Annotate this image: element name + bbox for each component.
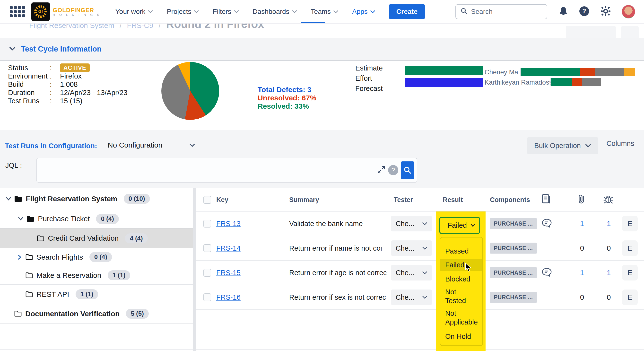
logo-tagline: H O L D I N G S [53, 13, 101, 16]
select-all-checkbox[interactable] [204, 196, 211, 204]
execute-button[interactable]: E [622, 240, 638, 256]
attachments-count: 0 [580, 293, 584, 302]
folder-outline-icon [37, 235, 44, 242]
create-button[interactable]: Create [389, 4, 425, 19]
settings-gear-icon[interactable] [600, 6, 611, 18]
tree-item-search-flights[interactable]: Search Flights 0 (4) [0, 248, 193, 266]
folder-filled-icon [14, 196, 22, 202]
breadcrumb-cycle-link[interactable]: FRS-C9 [127, 23, 153, 30]
notifications-bell-icon[interactable] [558, 6, 568, 17]
tree-item-documentation-verification[interactable]: Documentation Verification 5 (5) [0, 304, 193, 324]
breadcrumb-strip: Flight Reservation System / FRS-C9 / Rou… [0, 23, 644, 38]
breadcrumb: Flight Reservation System / FRS-C9 / Rou… [29, 23, 644, 31]
effort-labels: Estimate Effort Forecast [355, 64, 383, 95]
user-avatar[interactable] [622, 5, 635, 18]
text-cursor [444, 221, 444, 230]
breadcrumb-project-link[interactable]: Flight Reservation System [29, 23, 114, 30]
test-key-link[interactable]: FRS-14 [216, 244, 240, 252]
tester-select[interactable]: Che... [391, 290, 432, 305]
panel-divider-scrollbar[interactable] [193, 188, 196, 351]
component-tag: PURCHASE ... [490, 268, 537, 278]
chevron-down-icon[interactable] [4, 197, 13, 200]
menu-item-blocked[interactable]: Blocked [440, 273, 482, 285]
row-checkbox[interactable] [204, 244, 211, 252]
row-checkbox[interactable] [204, 294, 211, 301]
tester-select[interactable]: Che... [391, 216, 432, 232]
nav-item-filters[interactable]: Filters [213, 8, 239, 16]
comment-icon[interactable] [542, 268, 552, 278]
nav-item-projects[interactable]: Projects [167, 8, 199, 16]
chevron-down-icon [370, 10, 376, 13]
search-placeholder: Search [471, 8, 492, 16]
row-checkbox[interactable] [204, 269, 211, 276]
tree-item-rest-api[interactable]: REST API 1 (1) [0, 285, 193, 304]
tree-item-make-a-reservation[interactable]: Make a Reservation 1 (1) [0, 266, 193, 285]
count-badge: 1 (1) [108, 270, 130, 280]
columns-button[interactable]: Columns [606, 140, 634, 148]
jql-input[interactable]: ? [36, 158, 417, 182]
menu-item-not-applicable[interactable]: Not Applicable [440, 308, 477, 327]
table-row[interactable]: FRS-15 Return error if age is not correc… [196, 260, 644, 285]
result-select[interactable]: Failed [440, 217, 480, 234]
execute-button[interactable]: E [622, 216, 638, 232]
menu-item-failed[interactable]: Failed [440, 259, 482, 271]
defects-count[interactable]: 1 [607, 268, 611, 277]
test-key-link[interactable]: FRS-15 [216, 269, 240, 277]
tester-select[interactable]: Che... [391, 265, 432, 280]
expand-icon[interactable] [377, 165, 386, 175]
partial-icon-button[interactable] [621, 26, 639, 38]
execute-button[interactable]: E [622, 265, 638, 280]
table-row[interactable]: FRS-14 Return error if name is not corr … [196, 236, 644, 260]
chevron-down-icon[interactable] [16, 217, 25, 220]
attachments-count[interactable]: 1 [580, 220, 584, 228]
help-icon[interactable]: ? [579, 6, 590, 18]
tree-item-flight-reservation-system[interactable]: Flight Reservation System 0 (10) [0, 188, 193, 209]
jql-help-icon[interactable]: ? [388, 165, 398, 175]
jql-search-button[interactable] [401, 162, 414, 179]
menu-item-not-tested[interactable]: Not Tested [440, 287, 470, 306]
company-logo[interactable]: Gf GOLDFINGER H O L D I N G S [31, 2, 101, 21]
defects-count: 0 [607, 293, 611, 302]
tester-select[interactable]: Che... [391, 240, 432, 256]
configuration-select[interactable]: No Configuration [108, 141, 195, 149]
chevron-down-icon [422, 296, 427, 299]
duration-value: 12/Apr/23 - 13/Apr/23 [60, 89, 127, 97]
defects-count[interactable]: 1 [607, 220, 611, 228]
tester-name: Cheney Ma [484, 68, 518, 76]
tree-item-credit-card-validation[interactable]: Credit Card Validation 4 (4) [0, 228, 193, 248]
section-title[interactable]: Test Cycle Information [21, 45, 102, 54]
test-runs-table: Key Summary Tester Result Components FRS… [196, 188, 644, 351]
search-icon [460, 7, 468, 16]
col-summary: Summary [289, 196, 319, 204]
table-row[interactable]: FRS-16 Return error if sex is not correc… [196, 285, 644, 310]
summary-text: Return error if sex is not correc [289, 294, 386, 302]
table-row[interactable]: FRS-13 Validate the bank name Che... PUR… [196, 212, 644, 236]
bulk-operation-button[interactable]: Bulk Operation [527, 137, 598, 154]
nav-item-your-work[interactable]: Your work [116, 8, 153, 16]
nav-item-apps[interactable]: Apps [352, 8, 376, 16]
test-key-link[interactable]: FRS-13 [216, 220, 240, 228]
app-switcher-icon[interactable] [10, 6, 25, 17]
chevron-right-icon[interactable] [16, 254, 24, 260]
count-badge: 0 (4) [96, 214, 118, 224]
menu-item-passed[interactable]: Passed [440, 245, 482, 258]
col-key: Key [216, 196, 228, 204]
nav-item-dashboards[interactable]: Dashboards [253, 8, 297, 16]
search-input[interactable]: Search [456, 4, 547, 19]
partial-toolbar-button[interactable] [566, 26, 616, 38]
collapse-chevron-icon[interactable] [9, 47, 16, 52]
tree-item-purchase-ticket[interactable]: Purchase Ticket 0 (4) [0, 209, 193, 228]
test-cycle-page: Gf GOLDFINGER H O L D I N G S Your work … [0, 0, 644, 351]
estimate-bar [405, 66, 483, 75]
row-checkbox[interactable] [204, 220, 211, 228]
test-key-link[interactable]: FRS-16 [216, 294, 240, 302]
menu-item-on-hold[interactable]: On Hold [440, 330, 482, 342]
chevron-down-icon [422, 271, 427, 274]
nav-item-teams[interactable]: Teams [311, 8, 338, 16]
cycle-fields: Status:ACTIVE Environment:Firefox Build:… [8, 64, 127, 105]
execute-button[interactable]: E [622, 290, 638, 305]
comment-icon[interactable] [542, 218, 552, 229]
svg-text:?: ? [582, 7, 586, 14]
tester-progress-bar [550, 78, 601, 86]
attachments-count[interactable]: 1 [580, 268, 584, 277]
